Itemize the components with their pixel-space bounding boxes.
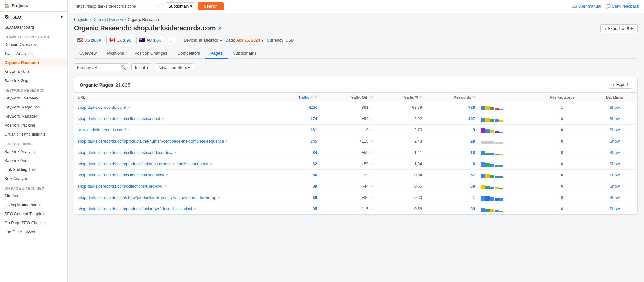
show-link[interactable]: Show [610,173,620,177]
show-link[interactable]: Show [610,150,620,155]
bar-segment [481,196,485,201]
sidebar-item-keyword-overview[interactable]: Keyword Overview [0,94,67,103]
sidebar-item-backlink-gap[interactable]: Backlink Gap [0,76,67,85]
url-link[interactable]: shop.darksiderecords.com/↗ [78,105,130,110]
export-pdf-label: Export to PDF [608,26,634,31]
url-link[interactable]: shop.darksiderecords.com/collections/use… [78,117,164,121]
bar-segment [481,118,485,122]
advanced-filters-button[interactable]: Advanced filters ▾ [155,63,194,71]
seo-section-header[interactable]: ⚙ SEO ▾ [0,12,67,23]
sidebar-item-traffic-analytics[interactable]: Traffic Analytics [0,49,67,58]
more-regions-button[interactable]: … [168,37,176,44]
region-btn-us[interactable]: 🇺🇸 US 28.8K [74,36,104,44]
show-link[interactable]: Show [610,184,620,189]
sidebar-item-listing-management[interactable]: Listing Management [0,201,67,210]
col-header-traffic_diff: Traffic Diff. ▽ [321,93,377,102]
cell-url: shop.darksiderecords.com/products/taylor… [74,203,271,215]
tab-subdomains[interactable]: Subdomains [228,48,261,59]
flag-icon: 🇦🇺 [139,37,145,43]
sidebar-item-seo-dashboard[interactable]: SEO Dashboard [0,23,67,32]
export-pdf-button[interactable]: ↑ Export to PDF [600,24,638,33]
cell-ads-keywords: 0 [532,158,592,170]
filter-search-icon[interactable]: 🔍 [121,65,126,70]
sidebar-section-label: COMPETITIVE RESEARCH [0,32,67,40]
url-link[interactable]: shop.darksiderecords.com/products/the-hu… [78,139,228,144]
sidebar-item-organic-research[interactable]: Organic Research [0,58,67,67]
sidebar-item-position-tracking[interactable]: Position Tracking [0,121,67,130]
sidebar-item-link-building-tool[interactable]: Link Building Tool [0,165,67,174]
content-area: Projects › Domain Overview › Organic Res… [68,13,644,282]
subdomain-select[interactable]: Subdomain ▾ [166,2,195,10]
tab-competitors[interactable]: Competitors [172,48,205,59]
url-link[interactable]: shop.darksiderecords.com/collections/use… [78,184,166,189]
show-link[interactable]: Show [610,128,620,132]
cell-backlinks: Show [592,203,637,215]
filter-url-input[interactable] [77,65,119,70]
table-export-button[interactable]: ↑ Export [609,81,632,89]
device-selector[interactable]: Device: 🖥 Desktop ▾ [184,38,222,43]
sidebar-section-label: ON PAGE & TECH SEO [0,183,67,192]
sidebar-item-domain-overview[interactable]: Domain Overview [0,40,67,49]
show-link[interactable]: Show [610,105,620,110]
cell-keywords: 1 [425,192,478,203]
sidebar-item-on-page-seo-checker[interactable]: On Page SEO Checker [0,219,67,228]
url-link[interactable]: shop.darksiderecords.com/products/sabrin… [78,162,212,166]
sidebar-item-keyword-magic-tool[interactable]: Keyword Magic Tool [0,103,67,112]
url-link[interactable]: shop.darksiderecords.com/collections/use… [78,173,168,177]
intent-filter-button[interactable]: Intent ▾ [131,63,152,71]
tab-positions[interactable]: Positions [102,48,129,59]
tab-position-changes[interactable]: Position Changes [129,48,172,59]
url-link[interactable]: www.darksiderecords.com/↗ [78,128,130,132]
url-link[interactable]: shop.darksiderecords.com/zh-tw/products/… [78,195,220,200]
show-link[interactable]: Show [610,139,620,144]
cell-backlinks: Show [592,192,637,203]
sidebar-item-site-audit[interactable]: Site Audit [0,192,67,201]
sidebar-item-seo-content-template[interactable]: SEO Content Template [0,210,67,219]
region-btn-ca[interactable]: 🇨🇦 CA 1.9K [106,36,134,44]
sidebar-item-log-file-analyzer[interactable]: Log File Analyzer [0,228,67,237]
url-input[interactable] [76,4,155,9]
bar-segment [495,198,499,201]
breadcrumb-domain-overview[interactable]: Domain Overview [92,17,123,22]
cell-traffic-pct: 0.94 [376,170,425,181]
sidebar-item-keyword-manager[interactable]: Keyword Manager [0,112,67,121]
cell-traffic: 145 [271,136,320,147]
sidebar-item-backlink-analytics[interactable]: Backlink Analytics [0,147,67,156]
sidebar-item-organic-traffic-insights[interactable]: Organic Traffic Insights [0,130,67,139]
url-link[interactable]: shop.darksiderecords.com/collections/use… [78,150,176,155]
date-selector[interactable]: Date: Apr 25, 2024 ▾ [226,38,264,43]
upload-icon: ↑ [604,26,606,31]
col-header-traffic[interactable]: Traffic ▼ ▽ [271,93,320,102]
sidebar-item-keyword-gap[interactable]: Keyword Gap [0,67,67,76]
table-section: Organic Pages 21,835 ↑ Export URLTraffic… [74,77,638,215]
user-manual-link[interactable]: 📖 User manual [572,4,601,9]
tab-pages[interactable]: Pages [205,48,228,59]
device-value: Desktop [204,38,219,42]
sidebar-item-backlink-audit[interactable]: Backlink Audit [0,156,67,165]
show-link[interactable]: Show [610,117,620,121]
table-row: shop.darksiderecords.com/collections/use… [74,181,637,192]
keywords-value: 29 [470,139,475,144]
region-btn-au[interactable]: 🇦🇺 AU 1.5K [136,36,164,44]
sidebar-item-bulk-analysis[interactable]: Bulk Analysis [0,174,67,183]
show-link[interactable]: Show [610,207,620,211]
cell-keywords: 69 [425,181,478,192]
tab-overview[interactable]: Overview [74,48,102,59]
col-header-ads_keywords: Ads keywords [532,93,592,102]
bar-segment [499,132,503,133]
cell-url: shop.darksiderecords.com/products/the-hu… [74,136,271,147]
url-clear-icon[interactable]: ✕ [157,4,160,9]
bar-segment [499,142,503,144]
search-button[interactable]: Search [198,2,223,10]
bar-segment [499,198,503,201]
mini-bar-chart [481,138,503,144]
ads-keywords-value: 0 [561,150,563,155]
show-link[interactable]: Show [610,195,620,200]
cell-traffic-diff: +59 ▽ [321,158,377,170]
send-feedback-link[interactable]: 💬 Send feedback [606,4,639,9]
breadcrumb-projects[interactable]: Projects [74,17,88,22]
projects-link[interactable]: 🏠 Projects [0,0,67,12]
external-link-icon[interactable]: ↗ [218,26,222,31]
url-link[interactable]: shop.darksiderecords.com/products/taylor… [78,207,196,211]
show-link[interactable]: Show [610,162,620,166]
